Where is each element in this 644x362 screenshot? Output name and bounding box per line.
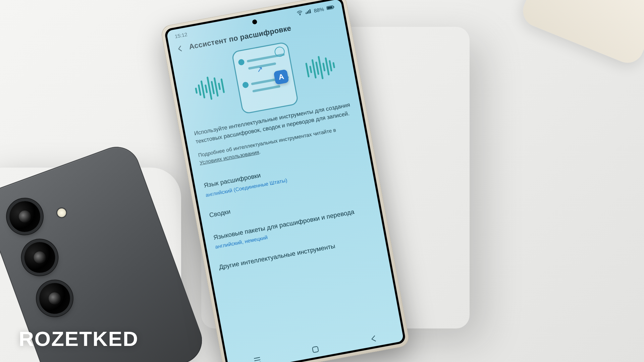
android-nav-bar (227, 326, 404, 362)
camera-lens-icon (5, 197, 45, 236)
camera-lens-icon (20, 238, 60, 277)
phone-bezel: 15:12 88% (164, 0, 406, 362)
status-time: 15:12 (174, 31, 188, 39)
svg-rect-4 (309, 9, 311, 13)
home-button[interactable] (310, 345, 320, 355)
svg-rect-1 (306, 12, 307, 14)
signal-icon (305, 8, 312, 15)
watermark-text: ROZETKED (19, 327, 139, 351)
translate-badge-icon: A (273, 69, 289, 85)
phone-screen: 15:12 88% (166, 0, 404, 362)
svg-point-0 (300, 14, 300, 15)
primary-phone: 15:12 88% (160, 0, 410, 362)
waveform-icon (303, 45, 350, 88)
camera-lens-icon (35, 279, 74, 318)
waveform-icon (180, 67, 227, 111)
phone-frame: 15:12 88% (160, 0, 410, 362)
wifi-icon (296, 10, 303, 16)
battery-percent: 88% (313, 6, 324, 13)
transcript-mock-icon: ↗ A (231, 42, 299, 115)
svg-rect-2 (307, 11, 308, 14)
secondary-phone-corner (518, 0, 644, 68)
battery-icon (326, 4, 335, 11)
recents-button[interactable] (252, 355, 262, 362)
svg-rect-11 (312, 346, 319, 353)
photo-scene: 15:12 88% (0, 0, 644, 362)
svg-rect-3 (308, 10, 310, 13)
back-button[interactable] (175, 44, 185, 54)
svg-line-8 (254, 357, 260, 358)
svg-line-9 (254, 360, 260, 361)
nav-back-button[interactable] (368, 334, 378, 344)
camera-flash-icon (56, 207, 67, 218)
settings-body: Используйте интеллектуальные инструменты… (185, 99, 387, 281)
